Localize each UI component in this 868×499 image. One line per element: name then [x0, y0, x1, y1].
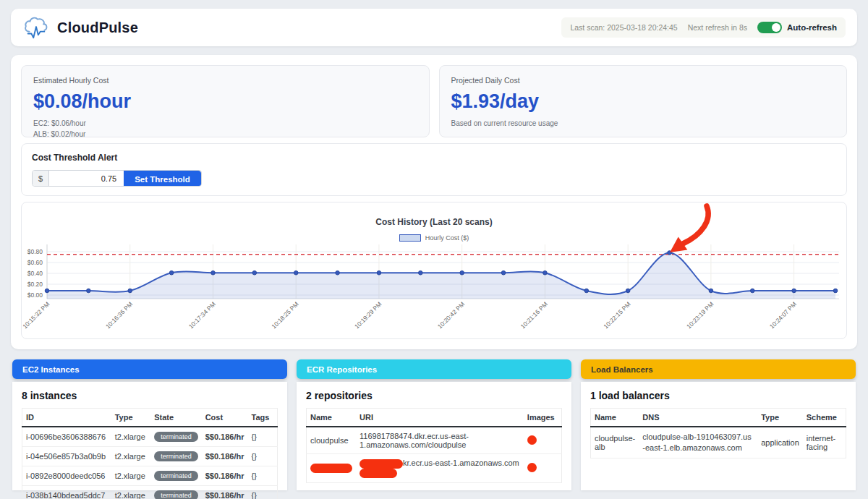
- col-dns: DNS: [639, 409, 757, 427]
- state-badge: terminated: [154, 490, 198, 499]
- lb-panel-header: Load Balancers: [581, 359, 856, 379]
- peak-annotation-arrow: [670, 206, 708, 252]
- cell-lb-scheme: internet-facing: [803, 427, 846, 458]
- col-name: Name: [591, 409, 639, 427]
- svg-text:10:24:07 PM: 10:24:07 PM: [768, 300, 798, 330]
- svg-text:10:23:19 PM: 10:23:19 PM: [685, 300, 715, 330]
- last-scan-text: Last scan: 2025-03-18 20:24:45: [570, 23, 677, 32]
- cell-cost: $$0.186/hr: [202, 486, 248, 499]
- ec2-count: 8 instances: [22, 390, 278, 401]
- svg-text:$0.60: $0.60: [27, 259, 43, 266]
- images-count-badge: [527, 463, 537, 472]
- ecr-panel-header: ECR Repositories: [297, 359, 571, 379]
- app-header: CloudPulse Last scan: 2025-03-18 20:24:4…: [11, 9, 857, 46]
- col-scheme: Scheme: [803, 409, 846, 427]
- threshold-section: Cost Threshold Alert $ Set Threshold: [21, 143, 847, 196]
- svg-text:$0.40: $0.40: [27, 270, 43, 277]
- next-refresh-text: Next refresh in 8s: [688, 23, 747, 32]
- alb-cost-line: ALB: $0.02/hour: [33, 129, 417, 140]
- svg-text:10:15:32 PM: 10:15:32 PM: [22, 300, 51, 330]
- lb-count: 1 load balancers: [590, 390, 846, 401]
- cell-tags: {}: [247, 427, 277, 447]
- ec2-panel: EC2 Instances 8 instances ID Type State …: [12, 359, 287, 490]
- ec2-panel-header: EC2 Instances: [12, 359, 287, 379]
- col-cost: Cost: [202, 409, 248, 427]
- threshold-title: Cost Threshold Alert: [32, 153, 836, 163]
- cell-lb-type: application: [757, 427, 803, 458]
- cell-lb-name: cloudpulse-alb: [591, 427, 639, 458]
- lb-table: Name DNS Type Scheme cloudpulse-albcloud…: [590, 408, 846, 459]
- svg-text:$0.20: $0.20: [27, 281, 43, 288]
- svg-text:10:18:25 PM: 10:18:25 PM: [270, 300, 299, 330]
- cell-cost: $$0.186/hr: [202, 427, 248, 447]
- cell-state: terminated: [150, 486, 202, 499]
- lb-panel: Load Balancers 1 load balancers Name DNS…: [581, 359, 856, 490]
- state-badge: terminated: [154, 451, 198, 461]
- cell-instance-type: t2.xlarge: [111, 427, 150, 447]
- cell-cost: $$0.186/hr: [202, 447, 248, 466]
- svg-text:10:20:42 PM: 10:20:42 PM: [436, 300, 466, 330]
- col-type: Type: [111, 409, 150, 427]
- auto-refresh-toggle[interactable]: [757, 22, 782, 33]
- cell-tags: {}: [247, 486, 277, 499]
- cell-repo-name: [307, 454, 357, 483]
- col-type: Type: [757, 409, 803, 427]
- hourly-cost-label: Estimated Hourly Cost: [33, 76, 417, 85]
- cell-images: [524, 454, 562, 483]
- state-badge: terminated: [154, 471, 198, 481]
- ecr-count: 2 repositories: [306, 390, 562, 401]
- ecr-panel: ECR Repositories 2 repositories Name URI…: [297, 359, 571, 490]
- ec2-cost-line: EC2: $0.06/hour: [33, 119, 417, 129]
- cell-lb-dns: cloudpulse-alb-1910463097.us-east-1.elb.…: [639, 427, 757, 458]
- table-row: cloudpulse116981788474.dkr.ecr.us-east-1…: [307, 427, 562, 454]
- cell-state: terminated: [150, 466, 202, 486]
- col-id: ID: [22, 409, 111, 427]
- table-row: cloudpulse-albcloudpulse-alb-1910463097.…: [591, 427, 846, 458]
- cost-history-chart: Cost History (Last 20 scans) Hourly Cost…: [21, 202, 847, 339]
- col-tags: Tags: [247, 409, 277, 427]
- auto-refresh-label: Auto-refresh: [787, 23, 837, 32]
- cell-instance-type: t2.xlarge: [111, 486, 150, 499]
- cell-tags: {}: [247, 447, 277, 466]
- daily-cost-value: $1.93/day: [451, 90, 835, 113]
- svg-text:10:16:36 PM: 10:16:36 PM: [104, 300, 134, 330]
- cloudpulse-logo: [22, 15, 50, 40]
- redaction-mark: [310, 464, 352, 473]
- hourly-cost-value: $0.08/hour: [33, 90, 417, 113]
- col-state: State: [150, 409, 202, 427]
- svg-text:10:19:29 PM: 10:19:29 PM: [353, 300, 383, 330]
- cell-images: [524, 427, 562, 454]
- cost-overview-card: Estimated Hourly Cost $0.08/hour EC2: $0…: [11, 55, 857, 349]
- daily-cost-label: Projected Daily Cost: [451, 76, 835, 85]
- daily-cost-note: Based on current resource usage: [451, 119, 835, 129]
- cell-state: terminated: [150, 427, 202, 447]
- table-row: kr.ecr.us-east-1.amazonaws.com: [307, 454, 562, 483]
- page-title: CloudPulse: [57, 20, 138, 36]
- set-threshold-button[interactable]: Set Threshold: [124, 171, 201, 187]
- col-uri: URI: [356, 409, 524, 427]
- toggle-knob: [772, 23, 780, 32]
- ec2-table: ID Type State Cost Tags i-00696be3606388…: [22, 408, 278, 499]
- svg-text:10:21:16 PM: 10:21:16 PM: [519, 300, 549, 330]
- line-chart-canvas: $0.00$0.20$0.40$0.60$0.8010:15:32 PM10:1…: [22, 202, 846, 339]
- redaction-mark: [359, 459, 403, 469]
- svg-text:$0.00: $0.00: [27, 291, 43, 299]
- hourly-cost-card: Estimated Hourly Cost $0.08/hour EC2: $0…: [21, 65, 430, 137]
- cell-instance-id: i-0892e8000deedc056: [22, 466, 111, 486]
- currency-prefix: $: [33, 171, 49, 186]
- cell-state: terminated: [150, 447, 202, 466]
- cell-repo-uri: 116981788474.dkr.ecr.us-east-1.amazonaws…: [356, 427, 524, 454]
- daily-cost-card: Projected Daily Cost $1.93/day Based on …: [439, 65, 848, 137]
- svg-text:10:22:15 PM: 10:22:15 PM: [602, 300, 631, 330]
- table-row: i-00696be3606388676t2.xlargeterminated$$…: [22, 427, 278, 447]
- table-row: i-0892e8000deedc056t2.xlargeterminated$$…: [22, 466, 278, 486]
- images-count-badge: [527, 435, 537, 445]
- redaction-mark: [359, 469, 397, 478]
- threshold-input[interactable]: [49, 171, 123, 186]
- cell-tags: {}: [247, 466, 277, 486]
- cell-instance-type: t2.xlarge: [111, 466, 150, 486]
- col-name: Name: [307, 409, 357, 427]
- table-row: i-038b140bdead5ddc7t2.xlargeterminated$$…: [22, 486, 278, 499]
- cell-instance-id: i-038b140bdead5ddc7: [22, 486, 111, 499]
- cell-instance-type: t2.xlarge: [111, 447, 150, 466]
